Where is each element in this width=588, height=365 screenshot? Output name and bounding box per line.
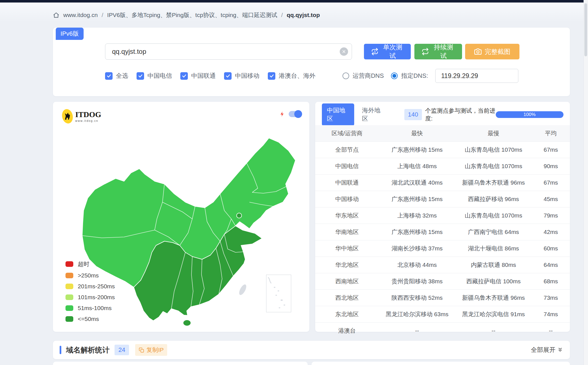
tab-overseas-region[interactable]: 海外地区	[362, 106, 384, 123]
legend-item: 51ms-100ms	[65, 305, 115, 311]
legend-swatch-101-200	[65, 294, 73, 300]
col-fastest: 最快	[379, 125, 455, 142]
table-row: 华北地区 北京移动 44ms 内蒙古联通 80ms 64ms	[315, 257, 570, 273]
checkbox-checked-icon	[105, 72, 113, 80]
legend-item: >250ms	[65, 272, 115, 279]
single-test-label: 单次测试	[382, 43, 404, 60]
title-accent-bar	[60, 346, 61, 354]
repeat-once-icon: 1	[371, 48, 378, 55]
table-row: 全部节点 广东惠州移动 15ms 山东青岛电信 1070ms 67ms	[315, 142, 570, 158]
resolution-title: 域名解析统计	[66, 345, 110, 355]
checkbox-select-all[interactable]: 全选	[105, 72, 128, 80]
breadcrumb: www.itdog.cn / IPV6版、多地Tcping、禁Ping版、tcp…	[53, 11, 320, 19]
svg-text:1: 1	[374, 50, 376, 53]
checkbox-checked-icon	[268, 72, 275, 80]
tab-china-region[interactable]: 中国地区	[322, 103, 354, 126]
progress-bar: 100%	[496, 111, 563, 118]
table-row: 西南地区 贵州贵阳移动 38ms 西藏拉萨电信 100ms 68ms	[315, 273, 570, 290]
copy-icon	[139, 347, 144, 353]
breadcrumb-home[interactable]: www.itdog.cn	[63, 12, 98, 18]
probe-count-badge: 140	[404, 109, 422, 120]
legend-swatch-51-100	[65, 305, 73, 311]
resolution-header: 域名解析统计 24 复制IP 全部展开	[60, 341, 563, 359]
checkbox-checked-icon	[180, 72, 188, 80]
checkbox-checked-icon	[224, 72, 232, 80]
results-header: 中国地区 海外地区 140 个监测点参与测试，当前进度: 100%	[322, 107, 563, 122]
test-form-card: IPv6版 1 单次测试	[53, 28, 570, 96]
col-region: 区域/运营商	[315, 125, 379, 142]
map-card: ITDOG www.itdog.cn	[53, 102, 309, 332]
table-row: 华中地区 湖南长沙移动 37ms 湖北十堰电信 86ms 60ms	[315, 240, 570, 257]
screenshot-label: 完整截图	[485, 47, 511, 56]
results-card: 中国地区 海外地区 140 个监测点参与测试，当前进度: 100% 区域/运营商…	[315, 102, 570, 332]
page-scrollbar[interactable]	[584, 0, 588, 365]
legend-item: <=50ms	[65, 316, 115, 322]
table-row: 东北地区 黑龙江哈尔滨移动 63ms 黑龙江哈尔滨电信 91ms 74ms	[315, 306, 570, 323]
dns-resolution-card: 域名解析统计 24 复制IP 全部展开	[53, 341, 570, 359]
dns-options: 运营商DNS 指定DNS:	[342, 69, 518, 83]
latency-summary-table: 区域/运营商 最快 最慢 平均 全部节点 广东惠州移动 15ms 山东青岛电信 …	[315, 125, 570, 339]
page: www.itdog.cn / IPV6版、多地Tcping、禁Ping版、tcp…	[0, 0, 588, 365]
form-row-host: 1 单次测试 持续测试 完整截图	[105, 43, 520, 60]
copy-ip-button[interactable]: 复制IP	[135, 344, 167, 356]
radio-isp-dns[interactable]	[342, 72, 349, 79]
checkbox-overseas[interactable]: 港澳台、海外	[268, 72, 315, 80]
checkbox-china-unicom[interactable]: 中国联通	[180, 72, 216, 80]
col-average: 平均	[532, 125, 570, 142]
checkbox-checked-icon	[137, 72, 144, 80]
close-icon	[342, 50, 346, 54]
ipv6-version-badge: IPv6版	[56, 28, 84, 40]
host-input-wrap	[105, 43, 352, 60]
progress-value: 100%	[496, 111, 563, 118]
table-row: 中国移动 广东惠州移动 15ms 西藏拉萨移动 96ms 45ms	[315, 191, 570, 207]
radio-custom-dns[interactable]	[391, 72, 398, 79]
radio-custom-dns-label: 指定DNS:	[401, 72, 428, 80]
form-row-options: 全选 中国电信 中国联通 中国移动 港澳台、海外	[105, 69, 518, 83]
host-input[interactable]	[105, 43, 352, 60]
legend-item: 201ms-250ms	[65, 283, 115, 290]
resolution-count-badge: 24	[115, 345, 129, 355]
probe-count-text: 个监测点参与测试，当前进度:	[425, 107, 496, 122]
table-row: 华南地区 广东惠州移动 15ms 广西南宁电信 64ms 42ms	[315, 224, 570, 240]
legend-item: 101ms-200ms	[65, 294, 115, 301]
camera-icon	[474, 48, 482, 55]
expand-all-label: 全部展开	[531, 346, 555, 354]
breadcrumb-category[interactable]: IPV6版、多地Tcping、禁Ping版、tcp协议、tcping、端口延迟测…	[107, 11, 277, 19]
repeat-icon	[422, 48, 429, 55]
legend-swatch-201-250	[65, 284, 73, 289]
continuous-test-label: 持续测试	[432, 43, 455, 60]
breadcrumb-separator: /	[281, 12, 283, 18]
checkbox-china-telecom[interactable]: 中国电信	[137, 72, 172, 80]
table-row: 中国联通 湖北武汉联通 40ms 新疆乌鲁木齐联通 96ms 67ms	[315, 175, 570, 191]
table-row: 西北地区 陕西西安移动 52ms 新疆乌鲁木齐联通 96ms 73ms	[315, 290, 570, 306]
south-china-sea-inset	[266, 275, 291, 312]
table-header-row: 区域/运营商 最快 最慢 平均	[315, 125, 570, 142]
table-row: 华东地区 上海移动 32ms 山东青岛电信 1070ms 79ms	[315, 207, 570, 224]
table-row: 中国电信 上海电信 48ms 山东青岛电信 1070ms 90ms	[315, 158, 570, 175]
scrollbar-thumb[interactable]	[584, 3, 587, 56]
table-row: 港澳台 -- -- --	[315, 323, 570, 339]
breadcrumb-separator: /	[102, 12, 103, 18]
continuous-test-button[interactable]: 持续测试	[414, 44, 462, 59]
top-navbar	[0, 0, 588, 3]
double-chevron-down-icon	[557, 347, 563, 353]
dns-input[interactable]	[435, 69, 518, 83]
screenshot-button[interactable]: 完整截图	[465, 44, 519, 59]
breadcrumb-current: qq.qyjst.top	[287, 12, 320, 18]
copy-ip-label: 复制IP	[146, 346, 164, 354]
legend-swatch-under-50	[65, 316, 73, 322]
col-slowest: 最慢	[455, 125, 532, 142]
single-test-button[interactable]: 1 单次测试	[364, 44, 411, 59]
legend-swatch-timeout	[65, 261, 73, 267]
cutoff-card-right	[312, 362, 570, 365]
latency-legend: 超时 >250ms 201ms-250ms 101ms-200ms 51ms-1…	[65, 260, 115, 322]
clear-input-button[interactable]	[340, 47, 348, 56]
legend-item: 超时	[65, 260, 115, 268]
expand-all-button[interactable]: 全部展开	[531, 346, 563, 354]
radio-isp-dns-label: 运营商DNS	[353, 72, 384, 80]
cutoff-card-left	[53, 362, 308, 365]
legend-swatch-over-250	[65, 273, 73, 278]
home-icon	[53, 12, 59, 18]
checkbox-china-mobile[interactable]: 中国移动	[224, 72, 259, 80]
